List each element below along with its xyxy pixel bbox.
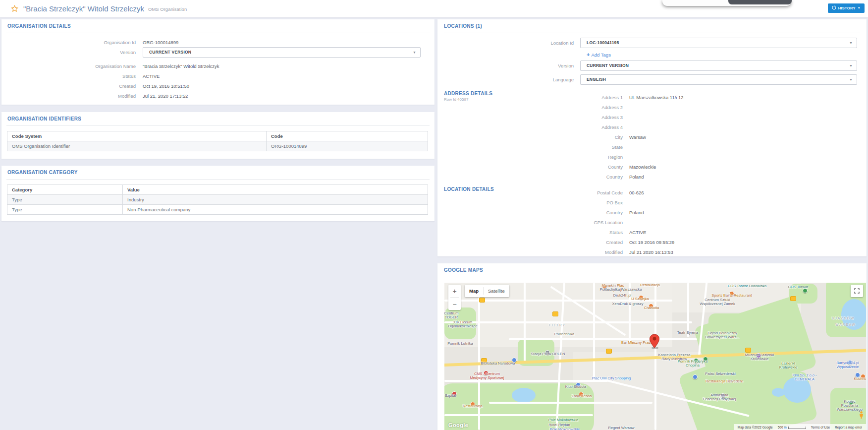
history-button[interactable]: HISTORY ▼ — [828, 3, 865, 13]
map-label: Klub Stodoła — [565, 385, 587, 389]
route-badge — [790, 296, 796, 301]
add-tags-link[interactable]: + Add Tags — [587, 52, 611, 58]
field-label: Status — [444, 230, 629, 235]
map-label: Pomnik Lotnika — [447, 342, 473, 346]
history-button-label: HISTORY — [838, 6, 856, 10]
poi-marker-icon[interactable] — [693, 374, 698, 379]
field-row: Organisation Name "Bracia Strzelczyk" Wi… — [1, 61, 428, 71]
location-id-select[interactable]: LOC-100041195 ▼ — [580, 38, 857, 48]
version-select[interactable]: CURRENT VERSION ▼ — [580, 61, 857, 71]
field-value: Jul 21 2020 16:13:53 — [629, 249, 673, 255]
column-header: Value — [123, 185, 428, 195]
map-label: Teatr Syrena — [677, 331, 699, 335]
field-label: Address 2 — [444, 105, 629, 110]
field-row: Address 4 — [444, 122, 860, 132]
column-header: Code System — [7, 131, 267, 141]
overlay-artifact-dark — [728, 0, 792, 4]
water-area — [512, 388, 536, 403]
map-label: Hotel Reytan — [548, 423, 570, 427]
map-view-button[interactable]: Map — [465, 288, 483, 294]
map-label: Stacja Paliw ORLEN — [531, 352, 565, 356]
map-label: Restauracja — [463, 404, 483, 408]
park-area-ujazdow — [708, 313, 753, 344]
map-label: Ambasada Federacji Rosyjskiej — [703, 393, 736, 401]
field-label: Organisation Name — [1, 63, 143, 69]
chevron-down-icon: ▼ — [858, 6, 861, 9]
route-badge — [745, 348, 751, 353]
page-title: "Bracia Strzelczyk" Witold Strzelczyk — [23, 4, 144, 13]
map-label: Ogród Botaniczny Uniwersytetu Wars... — [705, 331, 740, 339]
field-row: StatusACTIVE — [444, 227, 860, 237]
table-row: OMS Organisation Identifier ORG-10001489… — [7, 141, 428, 151]
add-tags-label: Add Tags — [591, 52, 610, 58]
google-logo[interactable]: Google — [448, 422, 468, 428]
map-label: Restauracja Belvedere — [705, 379, 743, 383]
field-row: State — [444, 142, 860, 152]
table-row: Type Non-Pharmaceutical company — [7, 205, 428, 215]
selected-option: CURRENT VERSION — [143, 50, 191, 55]
map-label: Pałac Belwederski — [705, 372, 735, 376]
zoom-in-button[interactable]: + — [448, 285, 461, 297]
pegman-icon[interactable] — [859, 411, 864, 421]
field-value: ACTIVE — [143, 73, 160, 79]
map-label: FILTRY — [549, 323, 566, 327]
map-attribution-bar: Map data ©2022 Google 500 m Terms of Use… — [734, 424, 866, 430]
section-title-google-maps: GOOGLE MAPS — [444, 267, 483, 273]
table-row: Type Industry — [7, 195, 428, 205]
map-label: Regent Warsaw — [608, 426, 634, 430]
field-row: Version CURRENT VERSION ▼ — [1, 47, 428, 57]
field-value: "Bracia Strzelczyk" Witold Strzelczyk — [143, 63, 219, 69]
map-marker-pin[interactable] — [649, 334, 660, 351]
map-label: Druk24h.pl — [613, 294, 631, 298]
fullscreen-button[interactable] — [851, 285, 863, 297]
map-label: COS Torwar — [788, 285, 809, 289]
field-label: State — [444, 144, 629, 150]
map-label: Centrum TOGER — [444, 311, 458, 319]
language-select[interactable]: ENGLISH ▼ — [580, 74, 857, 85]
map-label: Szpital — [445, 394, 456, 398]
field-row: Version CURRENT VERSION ▼ — [437, 61, 857, 70]
version-select[interactable]: CURRENT VERSION ▼ — [143, 47, 421, 58]
field-label: Address 1 — [444, 95, 629, 100]
field-label: Address 3 — [444, 115, 629, 120]
field-value: 00-626 — [629, 190, 644, 195]
map-label: Sports Bar & Restaurant — [711, 294, 752, 298]
divider — [6, 33, 430, 33]
section-title-organisation-details: ORGANISATION DETAILS — [7, 23, 71, 29]
satellite-view-button[interactable]: Satellite — [484, 288, 509, 294]
favorite-star-icon[interactable] — [11, 5, 18, 12]
zoom-out-button[interactable]: − — [448, 298, 461, 310]
field-label: Created — [1, 83, 143, 89]
field-row: Organisation Id ORG-100014899 — [1, 37, 428, 47]
field-row: CountyMazowieckie — [444, 162, 860, 172]
table-cell: Type — [7, 205, 123, 215]
field-row: CityWarsaw — [444, 132, 860, 142]
address-details-rows: Address 1Ul. Marszalkowska 11/i 12Addres… — [444, 92, 860, 182]
map-scale: 500 m — [778, 426, 806, 429]
section-title-locations: LOCATIONS (1) — [444, 23, 482, 29]
page-subtitle: OMS Organisation — [148, 6, 187, 12]
map-canvas[interactable]: Manekin Plac KonstytucjiRestauracjaCOS T… — [444, 283, 866, 430]
location-details-rows: Postal Code00-626PO BoxCountryPolandGPS … — [444, 187, 860, 257]
map-label: Biblioteka Narodowa — [481, 362, 515, 366]
field-row: Postal Code00-626 — [444, 187, 860, 197]
category-table: Category Value Type Industry Type Non-Ph… — [7, 184, 428, 215]
field-label: Modified — [444, 249, 629, 255]
route-badge — [479, 298, 485, 303]
report-map-error-link[interactable]: Report a map error — [835, 426, 862, 429]
map-zoom-control: + − — [448, 285, 461, 310]
table-cell: Type — [7, 195, 123, 205]
field-value: Poland — [629, 174, 644, 180]
map-label: U Szwejka — [631, 297, 649, 301]
column-header: Category — [7, 185, 123, 195]
field-value: ORG-100014899 — [143, 40, 178, 45]
field-row: CountryPoland — [444, 207, 860, 217]
terms-of-use-link[interactable]: Terms of Use — [811, 426, 830, 429]
map-label: Pole Mokotowskie — [548, 418, 578, 422]
map-label: Plac Unii City Shopping — [592, 376, 631, 380]
divider — [6, 125, 430, 126]
field-label: City — [444, 134, 629, 140]
selected-option: ENGLISH — [581, 77, 606, 82]
map-label: Politechnika — [554, 332, 574, 336]
map-label: Politechnika Warszawska — [600, 288, 642, 292]
